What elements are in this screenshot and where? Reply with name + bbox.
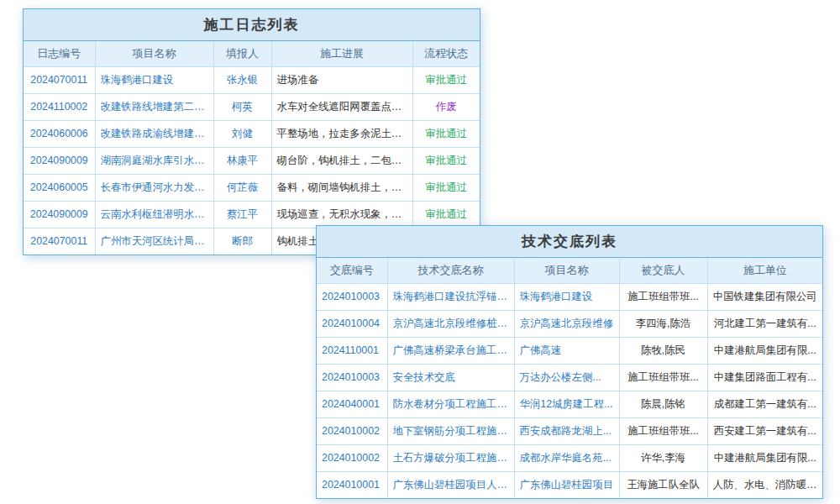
disclosure-cell-project[interactable]: 成都水岸华庭名苑... [514,444,619,471]
log-cell-project[interactable]: 长春市伊通河水力发电厂... [95,174,213,201]
disclosure-cell-person: 李四海,陈浩 [619,310,707,337]
log-header-id: 日志编号 [24,41,95,66]
construction-log-title: 施工日志列表 [24,9,480,41]
log-header-status: 流程状态 [412,41,480,66]
log-cell-filler[interactable]: 柯英 [213,93,271,120]
disclosure-header-name: 技术交底名称 [387,258,514,283]
disclosure-cell-unit: 西安建工第一建筑有... [707,417,822,444]
log-cell-id[interactable]: 2024060006 [24,120,95,147]
disclosure-table-row: 2024010001广东佛山碧桂园项目人防...广东佛山碧桂园项目王海施工队全队… [317,471,822,498]
disclosure-cell-id[interactable]: 2024010003 [317,364,387,391]
log-cell-status: 审批通过 [412,174,480,201]
disclosure-cell-person: 王海施工队全队 [619,471,707,498]
construction-log-panel: 施工日志列表 日志编号项目名称填报人施工进展流程状态 2024070011珠海鹤… [23,8,480,255]
disclosure-cell-person: 陈牧,陈民 [619,337,707,364]
tech-disclosure-body: 2024010003珠海鹤港口建设抗浮锚杆...珠海鹤港口建设施工班组带班...… [317,283,822,498]
log-header-filler: 填报人 [213,41,271,66]
disclosure-cell-id[interactable]: 2024010002 [317,444,387,471]
disclosure-cell-name[interactable]: 京沪高速北京段维修桩帽... [387,310,514,337]
disclosure-cell-unit: 河北建工第一建筑有... [707,310,822,337]
disclosure-table-row: 2024110001广佛高速桥梁承台施工技...广佛高速陈牧,陈民中建港航局集团… [317,337,822,364]
disclosure-cell-name[interactable]: 广东佛山碧桂园项目人防... [387,471,514,498]
log-cell-status: 审批通过 [412,201,480,228]
disclosure-cell-id[interactable]: 2024010002 [317,417,387,444]
log-cell-progress: 水车对全线遮阳网覆盖点进... [271,93,412,120]
disclosure-cell-unit: 中建港航局集团有限... [707,337,822,364]
disclosure-cell-unit: 人防、水电、消防暖通... [707,471,822,498]
log-cell-status: 审批通过 [412,120,480,147]
disclosure-cell-project[interactable]: 京沪高速北京段维修 [514,310,619,337]
log-table-row: 2024110002改建铁路线增建第二线直...柯英水车对全线遮阳网覆盖点进..… [24,93,480,120]
log-table-row: 2024060006改建铁路成渝线增建第二...刘健平整场地，拉走多余泥土15.… [24,120,480,147]
disclosure-cell-id[interactable]: 2024110001 [317,337,387,364]
disclosure-cell-person: 施工班组带班... [619,364,707,391]
log-cell-id[interactable]: 2024090009 [24,147,95,174]
disclosure-header-id: 交底编号 [317,258,387,283]
disclosure-cell-name[interactable]: 地下室钢筋分项工程施工... [387,417,514,444]
log-cell-filler[interactable]: 林康平 [213,147,271,174]
log-header-progress: 施工进展 [271,41,412,66]
log-cell-id[interactable]: 2024060005 [24,174,95,201]
tech-disclosure-header-row: 交底编号技术交底名称项目名称被交底人施工单位 [317,258,822,283]
log-cell-project[interactable]: 改建铁路线增建第二线直... [95,93,213,120]
disclosure-cell-project[interactable]: 珠海鹤港口建设 [514,283,619,310]
disclosure-table-row: 2024010004京沪高速北京段维修桩帽...京沪高速北京段维修李四海,陈浩河… [317,310,822,337]
page: 施工日志列表 日志编号项目名称填报人施工进展流程状态 2024070011珠海鹤… [0,0,840,504]
log-cell-project[interactable]: 云南水利枢纽潜明水库一... [95,201,213,228]
disclosure-header-person: 被交底人 [619,258,707,283]
disclosure-header-unit: 施工单位 [707,258,822,283]
disclosure-cell-id[interactable]: 2024010003 [317,283,387,310]
log-cell-id[interactable]: 2024070011 [24,66,95,93]
log-cell-progress: 进场准备 [271,66,412,93]
construction-log-table: 日志编号项目名称填报人施工进展流程状态 2024070011珠海鹤港口建设张永银… [24,41,480,255]
disclosure-cell-id[interactable]: 2024010004 [317,310,387,337]
disclosure-table-row: 2024010003安全技术交底万达办公楼左侧...施工班组带班...中建集团路… [317,364,822,391]
log-cell-id[interactable]: 2024090009 [24,201,95,228]
log-cell-id[interactable]: 2024070011 [24,228,95,255]
log-cell-filler[interactable]: 断郎 [213,228,271,255]
log-cell-id[interactable]: 2024110002 [24,93,95,120]
disclosure-cell-unit: 中建集团路面工程有... [707,364,822,391]
disclosure-cell-unit: 中建港航局集团有限... [707,444,822,471]
disclosure-cell-person: 施工班组带班... [619,283,707,310]
disclosure-cell-project[interactable]: 万达办公楼左侧... [514,364,619,391]
log-cell-filler[interactable]: 刘健 [213,120,271,147]
log-cell-project[interactable]: 湖南洞庭湖水库引水工程... [95,147,213,174]
disclosure-cell-unit: 中国铁建集团有限公司 [707,283,822,310]
log-cell-progress: 现场巡查，无积水现象，水... [271,201,412,228]
disclosure-cell-project[interactable]: 广佛高速 [514,337,619,364]
disclosure-header-project: 项目名称 [514,258,619,283]
log-cell-project[interactable]: 广州市天河区统计局机房... [95,228,213,255]
disclosure-cell-project[interactable]: 华润12城房建工程... [514,391,619,417]
log-table-row: 2024090009湖南洞庭湖水库引水工程...林康平砌台阶，钩机排土，二包砌.… [24,147,480,174]
log-cell-progress: 平整场地，拉走多余泥土15... [271,120,412,147]
log-cell-status: 审批通过 [412,147,480,174]
log-cell-project[interactable]: 珠海鹤港口建设 [95,66,213,93]
disclosure-cell-name[interactable]: 防水卷材分项工程施工技... [387,391,514,417]
disclosure-cell-name[interactable]: 广佛高速桥梁承台施工技... [387,337,514,364]
log-cell-filler[interactable]: 蔡江平 [213,201,271,228]
log-cell-filler[interactable]: 何芷薇 [213,174,271,201]
disclosure-cell-name[interactable]: 安全技术交底 [387,364,514,391]
log-cell-project[interactable]: 改建铁路成渝线增建第二... [95,120,213,147]
log-cell-status: 作废 [412,93,480,120]
disclosure-cell-id[interactable]: 2024040001 [317,391,387,417]
disclosure-cell-id[interactable]: 2024010001 [317,471,387,498]
disclosure-cell-person: 许华,李海 [619,444,707,471]
tech-disclosure-title: 技术交底列表 [317,226,822,258]
disclosure-cell-unit: 成都建工第一建筑有... [707,391,822,417]
log-table-row: 2024090009云南水利枢纽潜明水库一...蔡江平现场巡查，无积水现象，水.… [24,201,480,228]
construction-log-header-row: 日志编号项目名称填报人施工进展流程状态 [24,41,480,66]
log-cell-status: 审批通过 [412,66,480,93]
log-cell-filler[interactable]: 张永银 [213,66,271,93]
disclosure-cell-name[interactable]: 土石方爆破分项工程施工... [387,444,514,471]
disclosure-cell-project[interactable]: 广东佛山碧桂园项目 [514,471,619,498]
disclosure-cell-name[interactable]: 珠海鹤港口建设抗浮锚杆... [387,283,514,310]
disclosure-table-row: 2024010002土石方爆破分项工程施工...成都水岸华庭名苑...许华,李海… [317,444,822,471]
tech-disclosure-table: 交底编号技术交底名称项目名称被交底人施工单位 2024010003珠海鹤港口建设… [317,258,822,498]
log-table-row: 2024060005长春市伊通河水力发电厂...何芷薇备料，砌间墙钩机排土，瓦.… [24,174,480,201]
log-cell-progress: 砌台阶，钩机排土，二包砌... [271,147,412,174]
disclosure-cell-project[interactable]: 西安成都路龙湖上... [514,417,619,444]
disclosure-cell-person: 施工班组带班... [619,417,707,444]
log-table-row: 2024070011珠海鹤港口建设张永银进场准备审批通过 [24,66,480,93]
